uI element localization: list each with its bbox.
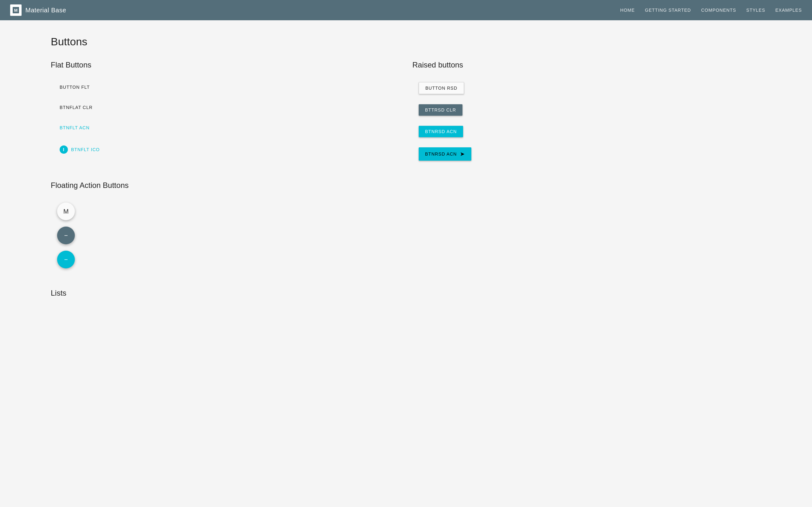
fab-section-title: Floating Action Buttons (51, 181, 761, 190)
navbar-logo: M (10, 4, 21, 16)
flat-button-row-2: BTNFLAT CLR (51, 97, 400, 118)
flat-button-row-1: BUTTON FLT (51, 77, 400, 97)
lists-section: Lists (51, 289, 761, 297)
nav-link-styles[interactable]: STYLES (746, 8, 765, 13)
navbar-links: HOME GETTING STARTED COMPONENTS STYLES E… (620, 8, 802, 13)
raised-button-row-3: BTNRSD ACN (412, 121, 761, 142)
fab-default[interactable]: M (57, 203, 75, 220)
btnrsd-acn-icon-label: BTNRSD ACN (425, 152, 457, 157)
nav-link-home[interactable]: HOME (620, 8, 635, 13)
flat-buttons-section: Flat Buttons BUTTON FLT BTNFLAT CLR BTNF… (51, 60, 400, 166)
button-bttrsd-clr[interactable]: BTTRSD CLR (419, 104, 462, 116)
button-btnrsd-acn[interactable]: BTNRSD ACN (419, 126, 463, 137)
raised-buttons-section: Raised buttons BUTTON RSD BTTRSD CLR BTN… (412, 60, 761, 166)
button-btnrsd-acn-icon[interactable]: BTNRSD ACN ➤ (419, 147, 471, 161)
info-icon: i (60, 146, 68, 154)
lists-section-title: Lists (51, 289, 761, 297)
fab-colored[interactable]: − (57, 227, 75, 244)
button-btnflt-ico[interactable]: i BTNFLT ICO (57, 143, 102, 156)
button-btnflat-clr[interactable]: BTNFLAT CLR (57, 102, 95, 112)
button-flt[interactable]: BUTTON FLT (57, 82, 92, 92)
flat-button-row-4: i BTNFLT ICO (51, 138, 400, 161)
nav-link-components[interactable]: COMPONENTS (701, 8, 736, 13)
fab-accent[interactable]: − (57, 250, 75, 268)
btnflt-ico-label: BTNFLT ICO (71, 147, 100, 152)
flat-buttons-title: Flat Buttons (51, 60, 400, 69)
svg-text:M: M (14, 8, 18, 13)
raised-button-row-4: BTNRSD ACN ➤ (412, 142, 761, 166)
raised-button-row-1: BUTTON RSD (412, 77, 761, 99)
fab-section: Floating Action Buttons M − − (51, 181, 761, 274)
buttons-grid: Flat Buttons BUTTON FLT BTNFLAT CLR BTNF… (51, 60, 761, 166)
navbar-title: Material Base (26, 7, 66, 14)
raised-button-row-2: BTTRSD CLR (412, 99, 761, 121)
arrow-right-icon: ➤ (460, 151, 465, 158)
button-rsd[interactable]: BUTTON RSD (419, 82, 464, 94)
navbar: M Material Base HOME GETTING STARTED COM… (0, 0, 812, 20)
fab-list: M − − (51, 198, 761, 274)
nav-link-getting-started[interactable]: GETTING STARTED (645, 8, 691, 13)
raised-buttons-title: Raised buttons (412, 60, 761, 69)
button-btnflt-acn[interactable]: BTNFLT ACN (57, 123, 92, 133)
page-title: Buttons (51, 36, 761, 48)
flat-button-row-3: BTNFLT ACN (51, 118, 400, 138)
navbar-brand: M Material Base (10, 4, 620, 16)
main-content: Buttons Flat Buttons BUTTON FLT BTNFLAT … (0, 20, 812, 328)
nav-link-examples[interactable]: EXAMPLES (775, 8, 802, 13)
